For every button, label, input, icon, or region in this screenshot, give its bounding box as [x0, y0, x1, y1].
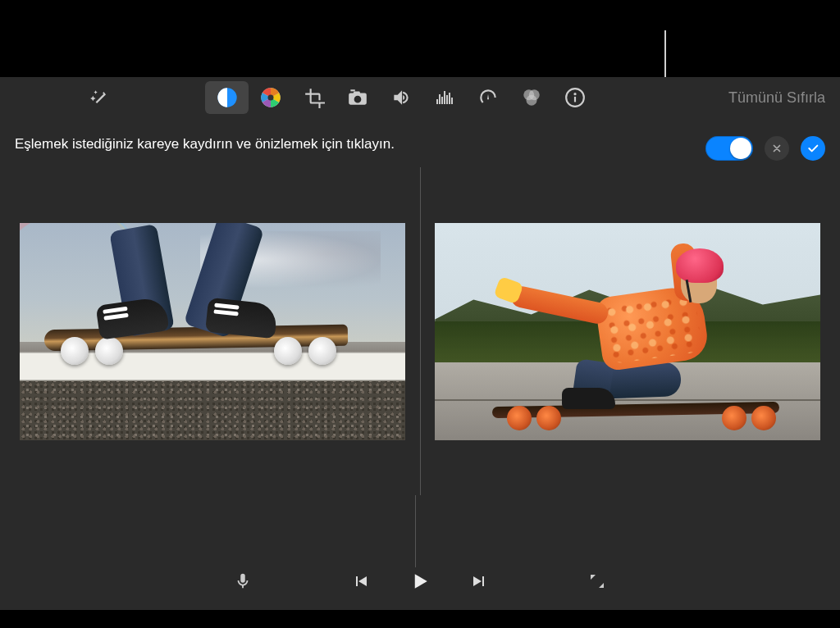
- preview-divider: [420, 167, 421, 495]
- svg-point-6: [526, 95, 536, 106]
- voiceover-record-button[interactable]: [228, 567, 258, 596]
- svg-point-8: [573, 93, 576, 95]
- speed-button[interactable]: [466, 81, 509, 114]
- stabilization-button[interactable]: [336, 81, 379, 114]
- noise-reduction-button[interactable]: [422, 81, 466, 114]
- crop-icon: [304, 87, 325, 108]
- magic-wand-button[interactable]: [78, 81, 121, 114]
- playback-bar: [0, 561, 840, 602]
- filters-button[interactable]: [509, 81, 553, 114]
- filters-icon: [520, 87, 543, 108]
- previous-frame-icon: [351, 571, 371, 591]
- equalizer-icon: [433, 88, 456, 107]
- check-icon: [806, 142, 819, 155]
- preview-area: [15, 167, 825, 495]
- svg-rect-9: [573, 97, 575, 102]
- magic-wand-icon: [89, 87, 111, 108]
- reference-thumbnail: [20, 223, 405, 440]
- info-button[interactable]: [553, 81, 596, 114]
- next-frame-icon: [469, 571, 489, 591]
- instruction-text: Eşlemek istediğiniz kareye kaydırın ve ö…: [15, 136, 395, 152]
- crop-button[interactable]: [292, 81, 336, 114]
- target-pane[interactable]: [431, 167, 826, 495]
- color-balance-button[interactable]: [205, 81, 249, 114]
- effect-toggle[interactable]: [705, 136, 753, 161]
- confirm-button[interactable]: [801, 136, 825, 161]
- play-button[interactable]: [405, 567, 435, 596]
- svg-rect-3: [350, 89, 354, 91]
- color-wheel-icon: [259, 86, 282, 109]
- info-icon: [564, 87, 586, 108]
- next-frame-button[interactable]: [464, 567, 494, 596]
- target-thumbnail: [435, 223, 820, 440]
- camera-icon: [346, 87, 369, 108]
- previous-frame-button[interactable]: [346, 567, 376, 596]
- preview-divider-extension: [415, 495, 416, 567]
- fullscreen-icon: [587, 571, 607, 591]
- play-icon: [408, 569, 432, 594]
- reset-all-button[interactable]: Tümünü Sıfırla: [728, 77, 825, 118]
- adjustments-toolbar: Tümünü Sıfırla: [0, 77, 840, 118]
- microphone-icon: [234, 570, 252, 593]
- adjustment-controls: [705, 136, 825, 161]
- color-balance-icon: [216, 86, 239, 109]
- toggle-knob: [730, 138, 751, 159]
- svg-point-2: [267, 95, 273, 101]
- color-correction-button[interactable]: [249, 81, 292, 114]
- cancel-button[interactable]: [765, 136, 789, 161]
- close-icon: [771, 143, 783, 154]
- volume-icon: [390, 87, 413, 108]
- video-editor-panel: Tümünü Sıfırla Eşlemek istediğiniz karey…: [0, 77, 840, 610]
- fullscreen-button[interactable]: [582, 567, 612, 596]
- speedometer-icon: [477, 87, 500, 108]
- reference-pane[interactable]: [15, 167, 410, 495]
- volume-button[interactable]: [379, 81, 422, 114]
